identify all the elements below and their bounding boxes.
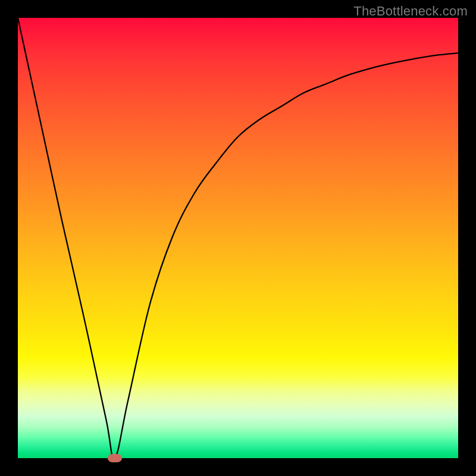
attribution-text: TheBottleneck.com <box>353 4 468 19</box>
bottleneck-curve <box>18 18 458 458</box>
chart-frame: TheBottleneck.com <box>0 0 476 476</box>
curve-path <box>18 18 458 459</box>
minimum-marker <box>108 454 122 462</box>
chart-plot-area <box>18 18 458 458</box>
